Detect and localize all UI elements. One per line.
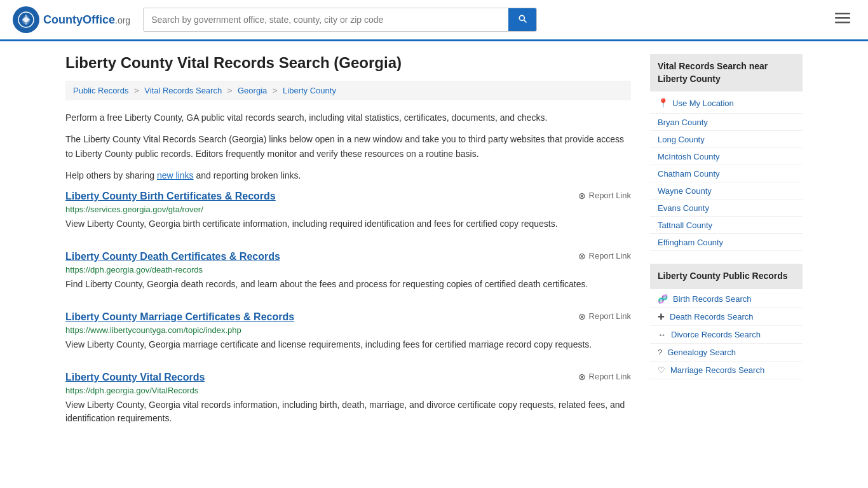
breadcrumb-vital-records-search[interactable]: Vital Records Search <box>144 86 222 95</box>
result-item: Liberty County Vital Records ⊗ Report Li… <box>65 372 631 428</box>
result-url: https://dph.georgia.gov/VitalRecords <box>65 386 631 395</box>
death-records-icon: ✚ <box>658 312 665 322</box>
sidebar-marriage-records[interactable]: Marriage Records Search <box>670 365 764 375</box>
result-title: Liberty County Birth Certificates & Reco… <box>65 191 276 202</box>
marriage-records-icon: ♡ <box>658 365 665 375</box>
result-url: https://dph.georgia.gov/death-records <box>65 265 631 274</box>
result-desc: View Liberty County, Georgia vital recor… <box>65 398 631 425</box>
new-links-link[interactable]: new links <box>157 170 194 180</box>
description-2: The Liberty County Vital Records Search … <box>65 132 631 161</box>
result-item: Liberty County Death Certificates & Reco… <box>65 251 631 294</box>
page-title: Liberty County Vital Records Search (Geo… <box>65 54 631 72</box>
result-header: Liberty County Birth Certificates & Reco… <box>65 191 631 202</box>
result-title: Liberty County Marriage Certificates & R… <box>65 311 294 323</box>
menu-button[interactable] <box>830 8 855 32</box>
sidebar-death-records[interactable]: Death Records Search <box>670 312 754 322</box>
sidebar-item-mcintosh-county[interactable]: McIntosh County <box>658 152 720 161</box>
use-my-location-link[interactable]: Use My Location <box>672 98 734 108</box>
list-item: Long County <box>650 131 803 148</box>
description-3: Help others by sharing new links and rep… <box>65 168 631 182</box>
list-item: McIntosh County <box>650 148 803 165</box>
list-item: Effingham County <box>650 234 803 251</box>
report-icon: ⊗ <box>578 191 586 201</box>
breadcrumb: Public Records > Vital Records Search > … <box>65 81 631 100</box>
public-records-list: 🧬 Birth Records Search ✚ Death Records S… <box>650 290 803 379</box>
sidebar-item-chatham-county[interactable]: Chatham County <box>658 169 720 179</box>
result-header: Liberty County Death Certificates & Reco… <box>65 251 631 262</box>
sidebar-item-bryan-county[interactable]: Bryan County <box>658 118 708 127</box>
breadcrumb-public-records[interactable]: Public Records <box>73 86 128 95</box>
content-area: Liberty County Vital Records Search (Geo… <box>65 54 631 445</box>
report-link-btn[interactable]: ⊗ Report Link <box>578 372 631 382</box>
list-item: 🧬 Birth Records Search <box>650 290 803 308</box>
nearby-counties-list: Bryan County Long County McIntosh County… <box>650 114 803 251</box>
location-pin-icon: 📍 <box>658 98 668 108</box>
svg-rect-5 <box>835 17 850 19</box>
svg-rect-6 <box>835 22 850 24</box>
result-title: Liberty County Death Certificates & Reco… <box>65 251 280 262</box>
result-url: https://services.georgia.gov/gta/rover/ <box>65 205 631 214</box>
sidebar-item-effingham-county[interactable]: Effingham County <box>658 238 723 247</box>
sidebar-birth-records[interactable]: Birth Records Search <box>673 294 752 304</box>
report-link-btn[interactable]: ⊗ Report Link <box>578 191 631 201</box>
result-url: https://www.libertycountyga.com/topic/in… <box>65 325 631 335</box>
result-item: Liberty County Birth Certificates & Reco… <box>65 191 631 233</box>
logo-icon <box>13 6 39 33</box>
result-link[interactable]: Liberty County Marriage Certificates & R… <box>65 311 294 322</box>
breadcrumb-georgia[interactable]: Georgia <box>238 86 267 95</box>
genealogy-icon: ? <box>658 348 662 357</box>
sidebar-item-tattnall-county[interactable]: Tattnall County <box>658 220 712 230</box>
result-header: Liberty County Marriage Certificates & R… <box>65 311 631 323</box>
divorce-records-icon: ↔ <box>658 330 666 339</box>
report-link-btn[interactable]: ⊗ Report Link <box>578 251 631 261</box>
sidebar: Vital Records Search near Liberty County… <box>650 54 803 445</box>
site-header: CountyOffice.org <box>0 0 868 41</box>
birth-records-icon: 🧬 <box>658 294 668 304</box>
list-item: Bryan County <box>650 114 803 131</box>
result-desc: Find Liberty County, Georgia death recor… <box>65 278 631 291</box>
sidebar-nearby-title: Vital Records Search near Liberty County <box>650 54 803 92</box>
main-container: Liberty County Vital Records Search (Geo… <box>53 41 815 458</box>
description-1: Perform a free Liberty County, GA public… <box>65 111 631 125</box>
search-input[interactable] <box>144 10 508 30</box>
result-link[interactable]: Liberty County Death Certificates & Reco… <box>65 251 280 262</box>
site-logo[interactable]: CountyOffice.org <box>13 6 130 33</box>
result-title: Liberty County Vital Records <box>65 372 205 383</box>
list-item: Wayne County <box>650 182 803 200</box>
result-desc: View Liberty County, Georgia marriage ce… <box>65 338 631 351</box>
report-icon: ⊗ <box>578 251 586 261</box>
sidebar-genealogy-search[interactable]: Genealogy Search <box>667 348 736 357</box>
list-item: ? Genealogy Search <box>650 344 803 362</box>
result-item: Liberty County Marriage Certificates & R… <box>65 311 631 354</box>
report-link-btn[interactable]: ⊗ Report Link <box>578 311 631 322</box>
list-item: ↔ Divorce Records Search <box>650 326 803 344</box>
list-item: ♡ Marriage Records Search <box>650 362 803 379</box>
report-icon: ⊗ <box>578 372 586 382</box>
sidebar-item-long-county[interactable]: Long County <box>658 135 705 144</box>
search-button[interactable] <box>508 8 536 31</box>
svg-rect-4 <box>835 13 850 15</box>
sidebar-nearby-section: Vital Records Search near Liberty County… <box>650 54 803 251</box>
sidebar-public-records-section: Liberty County Public Records 🧬 Birth Re… <box>650 264 803 379</box>
sidebar-item-evans-county[interactable]: Evans County <box>658 203 709 213</box>
sidebar-item-wayne-county[interactable]: Wayne County <box>658 186 712 196</box>
report-icon: ⊗ <box>578 311 586 322</box>
use-my-location: 📍 Use My Location <box>650 93 803 114</box>
result-link[interactable]: Liberty County Birth Certificates & Reco… <box>65 191 276 201</box>
logo-text: CountyOffice.org <box>43 13 130 27</box>
breadcrumb-liberty-county[interactable]: Liberty County <box>283 86 336 95</box>
result-header: Liberty County Vital Records ⊗ Report Li… <box>65 372 631 383</box>
result-desc: View Liberty County, Georgia birth certi… <box>65 217 631 231</box>
search-bar <box>143 8 537 32</box>
result-link[interactable]: Liberty County Vital Records <box>65 372 205 383</box>
sidebar-divorce-records[interactable]: Divorce Records Search <box>671 330 761 339</box>
list-item: ✚ Death Records Search <box>650 308 803 326</box>
list-item: Tattnall County <box>650 217 803 234</box>
list-item: Evans County <box>650 200 803 217</box>
sidebar-public-records-title: Liberty County Public Records <box>650 264 803 289</box>
list-item: Chatham County <box>650 165 803 182</box>
